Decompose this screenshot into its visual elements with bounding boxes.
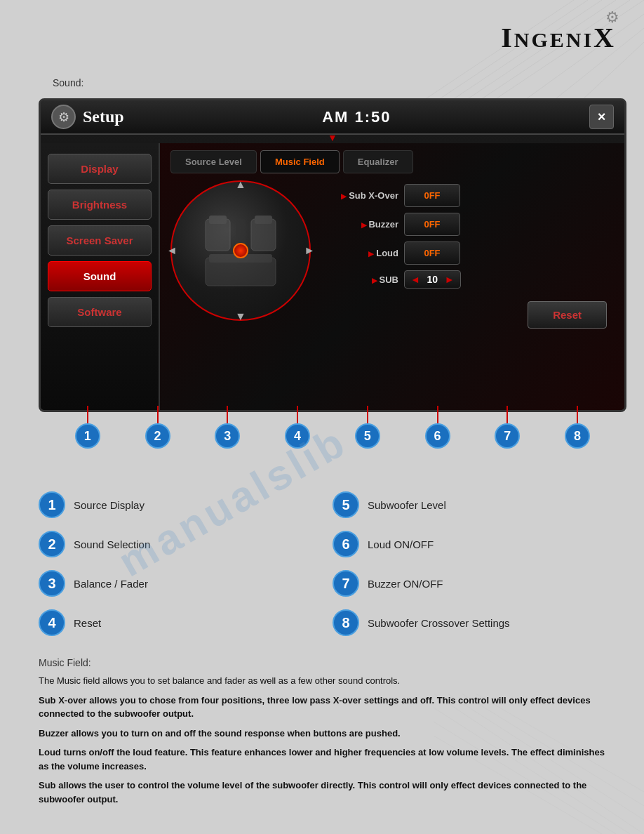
line-4 — [297, 406, 298, 423]
svg-rect-18 — [209, 216, 227, 224]
device-screen: ⚙ Setup AM 1:50 × ▼ Display Brightness S… — [39, 98, 626, 412]
annotation-col-1: 1 — [75, 406, 100, 449]
loud-row: Loud 0FF — [335, 241, 614, 265]
legend-col-right: 5 Subwoofer Level 6 Loud ON/OFF 7 Buzzer… — [333, 491, 605, 636]
balance-left-arrow[interactable]: ◄ — [166, 244, 177, 257]
buzzer-button[interactable]: 0FF — [404, 213, 460, 236]
svg-rect-19 — [255, 216, 272, 224]
buzzer-label: Buzzer — [335, 219, 398, 230]
legend-label-8: Subwoofer Crossover Settings — [368, 617, 510, 629]
description-section: Music Field: The Music field allows you … — [0, 650, 644, 826]
line-6 — [437, 406, 438, 423]
fader-down-arrow[interactable]: ▼ — [235, 310, 246, 323]
sidebar-display[interactable]: Display — [48, 154, 152, 184]
legend-section: 1 Source Display 2 Sound Selection 3 Bal… — [0, 477, 644, 650]
device-body: Display Brightness Screen Saver Sound So… — [41, 143, 624, 410]
legend-badge-1: 1 — [39, 491, 65, 518]
balance-right-arrow[interactable]: ► — [304, 244, 315, 257]
sub-xover-button[interactable]: 0FF — [404, 184, 460, 207]
desc-para-5: Sub allows the user to control the volum… — [39, 779, 605, 806]
annotation-badge-4: 4 — [285, 423, 310, 449]
main-content: Source Level Music Field Equalizer ▲ ▼ ◄ — [160, 143, 624, 410]
annotation-col-6: 6 — [425, 406, 450, 449]
desc-para-3: Buzzer allows you to turn on and off the… — [39, 727, 605, 741]
annotation-col-8: 8 — [565, 406, 590, 449]
legend-label-1: Source Display — [74, 499, 145, 511]
setup-gear-icon[interactable]: ⚙ — [51, 105, 76, 129]
fader-up-arrow[interactable]: ▲ — [235, 178, 246, 191]
controls-panel: Sub X-Over 0FF Buzzer 0FF Loud 0FF — [335, 180, 614, 335]
legend-col-left: 1 Source Display 2 Sound Selection 3 Bal… — [39, 491, 311, 636]
line-3 — [227, 406, 228, 423]
sub-xover-row: Sub X-Over 0FF — [335, 184, 614, 207]
device-topbar: ⚙ Setup AM 1:50 × — [41, 100, 624, 135]
line-1 — [87, 406, 88, 423]
sub-xover-label: Sub X-Over — [335, 190, 398, 201]
logo-area: ⚙ INGENIX — [501, 21, 616, 54]
legend-item-2: 2 Sound Selection — [39, 531, 311, 557]
topbar-left: ⚙ Setup — [51, 105, 124, 129]
reset-button[interactable]: Reset — [528, 301, 607, 329]
annotation-badge-2: 2 — [145, 423, 170, 449]
description-body: The Music field allows you to set balanc… — [39, 674, 605, 806]
desc-para-4: Loud turns on/off the loud feature. This… — [39, 746, 605, 773]
sub-decrease-button[interactable]: ◄ — [410, 274, 420, 285]
annotation-badge-6: 6 — [425, 423, 450, 449]
sub-label: SUB — [335, 274, 398, 285]
legend-badge-8: 8 — [333, 609, 359, 636]
legend-badge-3: 3 — [39, 570, 65, 597]
desc-para-1: The Music field allows you to set balanc… — [39, 674, 605, 688]
annotation-col-7: 7 — [495, 406, 520, 449]
logo-gear-icon: ⚙ — [605, 8, 619, 27]
legend-label-3: Balance / Fader — [74, 578, 148, 590]
balance-center-dot — [233, 243, 248, 258]
line-8 — [577, 406, 578, 423]
legend-badge-7: 7 — [333, 570, 359, 597]
setup-title: Setup — [83, 107, 124, 126]
sub-row: SUB ◄ 10 ► — [335, 270, 614, 289]
triangle-indicator: ▼ — [41, 132, 624, 143]
legend-badge-2: 2 — [39, 531, 65, 557]
legend-item-3: 3 Balance / Fader — [39, 570, 311, 597]
sidebar-screensaver[interactable]: Screen Saver — [48, 225, 152, 256]
legend-item-1: 1 Source Display — [39, 491, 311, 518]
legend-label-6: Loud ON/OFF — [368, 538, 434, 550]
legend-badge-5: 5 — [333, 491, 359, 518]
annotation-badge-8: 8 — [565, 423, 590, 449]
loud-button[interactable]: 0FF — [404, 241, 460, 265]
legend-item-7: 7 Buzzer ON/OFF — [333, 570, 605, 597]
reset-area: Reset — [335, 301, 614, 329]
legend-item-8: 8 Subwoofer Crossover Settings — [333, 609, 605, 636]
annotation-badge-1: 1 — [75, 423, 100, 449]
legend-item-4: 4 Reset — [39, 609, 311, 636]
annotation-col-4: 4 — [285, 406, 310, 449]
balance-circle[interactable]: ▲ ▼ ◄ ► — [170, 180, 311, 321]
buzzer-row: Buzzer 0FF — [335, 213, 614, 236]
tabs-row: Source Level Music Field Equalizer — [170, 150, 614, 173]
balance-fader-area: ▲ ▼ ◄ ► — [170, 180, 325, 335]
legend-label-4: Reset — [74, 617, 101, 629]
tab-equalizer[interactable]: Equalizer — [343, 150, 413, 173]
annotation-col-5: 5 — [355, 406, 380, 449]
logo-text: INGENIX — [501, 21, 616, 54]
annotation-badge-7: 7 — [495, 423, 520, 449]
legend-label-7: Buzzer ON/OFF — [368, 578, 443, 590]
legend-label-2: Sound Selection — [74, 538, 150, 550]
tab-source-level[interactable]: Source Level — [170, 150, 257, 173]
line-2 — [157, 406, 159, 423]
sub-control: ◄ 10 ► — [404, 270, 461, 289]
legend-item-6: 6 Loud ON/OFF — [333, 531, 605, 557]
close-button[interactable]: × — [589, 105, 614, 129]
sidebar-sound[interactable]: Sound — [48, 261, 152, 291]
legend-item-5: 5 Subwoofer Level — [333, 491, 605, 518]
annotation-badge-5: 5 — [355, 423, 380, 449]
legend-badge-6: 6 — [333, 531, 359, 557]
tab-music-field[interactable]: Music Field — [260, 150, 340, 173]
sidebar-software[interactable]: Software — [48, 297, 152, 327]
loud-label: Loud — [335, 248, 398, 258]
line-5 — [367, 406, 368, 423]
sub-increase-button[interactable]: ► — [445, 274, 455, 285]
sidebar-brightness[interactable]: Brightness — [48, 190, 152, 220]
annotation-col-2: 2 — [145, 406, 170, 449]
description-title: Music Field: — [39, 657, 605, 668]
